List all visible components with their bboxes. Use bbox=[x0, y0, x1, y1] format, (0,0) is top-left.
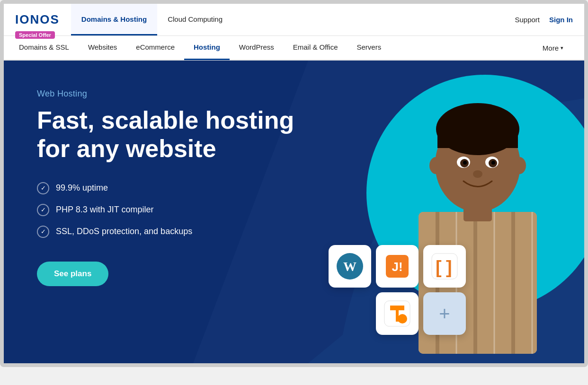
support-link[interactable]: Support bbox=[515, 16, 540, 24]
svg-point-17 bbox=[491, 161, 495, 165]
sec-nav-item-hosting[interactable]: Hosting bbox=[184, 35, 230, 60]
sec-nav-item-websites[interactable]: Websites bbox=[79, 35, 126, 60]
secondary-nav: Special Offer Domains & SSL Websites eCo… bbox=[4, 36, 584, 61]
sec-nav-item-servers[interactable]: Servers bbox=[347, 35, 391, 60]
sec-nav-more[interactable]: More ▾ bbox=[533, 35, 573, 60]
svg-text:J!: J! bbox=[392, 260, 402, 274]
page-wrapper: IONOS Domains & Hosting Cloud Computing … bbox=[0, 0, 588, 367]
sec-nav-items: Domains & SSL Websites eCommerce Hosting… bbox=[15, 35, 573, 60]
hero-subtitle: Web Hosting bbox=[37, 89, 312, 99]
plus-icon: + bbox=[439, 303, 450, 324]
top-nav-tab-domains-hosting[interactable]: Domains & Hosting bbox=[71, 4, 157, 35]
hero-features-list: ✓ 99.9% uptime ✓ PHP 8.3 with JIT compil… bbox=[37, 182, 312, 238]
top-nav-right: Support Sign In bbox=[515, 16, 573, 24]
hero-section: Web Hosting Fast, scalable hosting for a… bbox=[4, 61, 584, 363]
top-nav-tabs: Domains & Hosting Cloud Computing bbox=[71, 4, 233, 35]
joomla-icon-card: J! bbox=[376, 245, 419, 288]
hero-feature-1: ✓ 99.9% uptime bbox=[37, 182, 312, 194]
hero-title: Fast, scalable hosting for any website bbox=[37, 106, 312, 163]
cms-icon-card: [ ] bbox=[423, 245, 466, 288]
top-nav-tab-cloud-computing[interactable]: Cloud Computing bbox=[157, 4, 233, 35]
sec-nav-item-wordpress[interactable]: WordPress bbox=[230, 35, 284, 60]
sec-nav-item-domains-ssl[interactable]: Domains & SSL bbox=[15, 35, 79, 60]
wordpress-icon-card: W bbox=[329, 245, 371, 288]
hero-feature-2: ✓ PHP 8.3 with JIT compiler bbox=[37, 204, 312, 216]
typo3-icon-card bbox=[376, 292, 419, 335]
svg-text:[: [ bbox=[436, 257, 442, 277]
svg-point-20 bbox=[513, 157, 526, 174]
check-icon-2: ✓ bbox=[37, 204, 49, 216]
svg-point-16 bbox=[463, 161, 467, 165]
app-icons-grid: W J! [ ] bbox=[329, 245, 466, 335]
svg-text:]: ] bbox=[446, 257, 452, 277]
hero-content: Web Hosting Fast, scalable hosting for a… bbox=[37, 89, 312, 286]
special-offer-badge[interactable]: Special Offer bbox=[15, 31, 55, 39]
sec-nav-item-email-office[interactable]: Email & Office bbox=[284, 35, 347, 60]
svg-text:W: W bbox=[343, 259, 356, 274]
check-icon-3: ✓ bbox=[37, 226, 49, 238]
svg-point-19 bbox=[429, 157, 443, 174]
check-icon-1: ✓ bbox=[37, 182, 49, 194]
sec-nav-item-ecommerce[interactable]: eCommerce bbox=[126, 35, 184, 60]
sign-in-button[interactable]: Sign In bbox=[549, 16, 573, 24]
svg-rect-11 bbox=[437, 129, 518, 148]
top-nav: IONOS Domains & Hosting Cloud Computing … bbox=[4, 4, 584, 36]
logo[interactable]: IONOS bbox=[15, 12, 60, 27]
hero-feature-3: ✓ SSL, DDoS protection, and backups bbox=[37, 226, 312, 238]
see-plans-button[interactable]: See plans bbox=[37, 262, 108, 286]
chevron-down-icon: ▾ bbox=[561, 45, 563, 51]
more-apps-icon-card: + bbox=[423, 292, 466, 335]
svg-point-18 bbox=[473, 170, 482, 178]
svg-point-29 bbox=[398, 314, 407, 324]
